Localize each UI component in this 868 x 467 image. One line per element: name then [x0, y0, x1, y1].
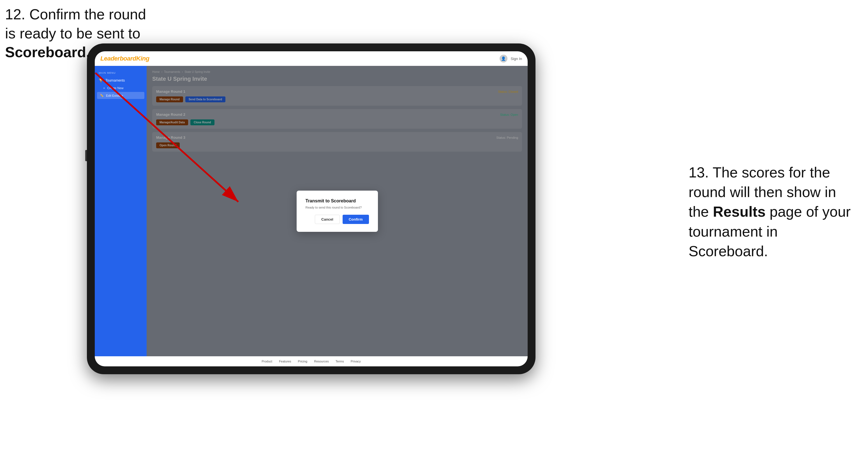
main-content: Home › Tournaments › State U Spring Invi…	[147, 66, 528, 356]
tablet-side-button	[85, 150, 87, 161]
annotation-line2: is ready to be sent to	[5, 25, 141, 41]
annotation-line3: Scoreboard.	[5, 44, 90, 60]
app-header: LeaderboardKing 👤 Sign In	[95, 51, 528, 66]
transmit-modal: Transmit to Scoreboard Ready to send thi…	[297, 191, 378, 232]
annotation-right: 13. The scores for the round will then s…	[688, 163, 857, 261]
trophy-icon: 🏆	[99, 78, 103, 83]
edit-icon: ✏️	[100, 94, 104, 97]
modal-overlay: Transmit to Scoreboard Ready to send thi…	[147, 66, 528, 356]
footer-features[interactable]: Features	[279, 360, 291, 363]
main-menu-label: MAIN MENU	[95, 69, 147, 76]
annotation-right-text: 13. The scores for the round will then s…	[688, 164, 850, 259]
footer-product[interactable]: Product	[261, 360, 272, 363]
plus-icon: +	[103, 86, 105, 90]
edit-existing-label: Edit Existing	[106, 94, 123, 97]
footer-resources[interactable]: Resources	[314, 360, 329, 363]
app-footer: Product Features Pricing Resources Terms…	[95, 356, 528, 366]
footer-pricing[interactable]: Pricing	[298, 360, 308, 363]
sidebar-item-edit-existing[interactable]: ✏️ Edit Existing	[97, 92, 145, 99]
modal-title: Transmit to Scoreboard	[306, 198, 369, 204]
modal-cancel-btn[interactable]: Cancel	[315, 215, 340, 224]
annotation-top: 12. Confirm the round is ready to be sen…	[5, 5, 146, 62]
header-right: 👤 Sign In	[500, 55, 522, 63]
create-new-label: Create New	[107, 86, 123, 90]
sidebar: MAIN MENU 🏆 Tournaments + Create New ✏️ …	[95, 66, 147, 356]
modal-subtitle: Ready to send this round to Scoreboard?	[306, 206, 369, 209]
annotation-line1: 12. Confirm the round	[5, 6, 146, 23]
footer-terms[interactable]: Terms	[336, 360, 344, 363]
tournaments-label: Tournaments	[105, 79, 125, 83]
footer-privacy[interactable]: Privacy	[351, 360, 361, 363]
signin-label[interactable]: Sign In	[511, 57, 522, 61]
tablet-device: LeaderboardKing 👤 Sign In MAIN MENU 🏆 To…	[87, 43, 535, 374]
modal-confirm-btn[interactable]: Confirm	[343, 215, 369, 224]
app-body: MAIN MENU 🏆 Tournaments + Create New ✏️ …	[95, 66, 528, 356]
sidebar-item-create-new[interactable]: + Create New	[95, 85, 147, 91]
sidebar-item-tournaments[interactable]: 🏆 Tournaments	[95, 76, 147, 85]
tablet-screen: LeaderboardKing 👤 Sign In MAIN MENU 🏆 To…	[95, 51, 528, 366]
modal-actions: Cancel Confirm	[306, 215, 369, 224]
user-avatar[interactable]: 👤	[500, 55, 507, 63]
